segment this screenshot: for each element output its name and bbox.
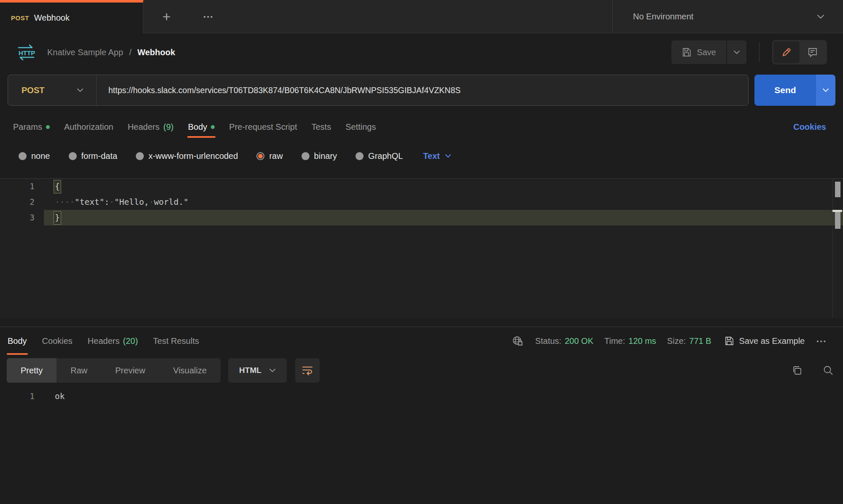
editor-scrollbar[interactable]: [832, 179, 843, 318]
response-tab-test-results[interactable]: Test Results: [145, 327, 207, 355]
radio-label: raw: [269, 151, 283, 161]
raw-language-select[interactable]: Text: [423, 151, 451, 161]
request-tab-headers[interactable]: Headers(9): [121, 116, 181, 138]
tab-count: (20): [123, 336, 138, 346]
doc-mode-toggle: [772, 40, 827, 64]
view-preview[interactable]: Preview: [101, 358, 159, 383]
scrollbar-cursor-mark[interactable]: [835, 212, 840, 229]
pencil-icon: [781, 47, 792, 58]
view-pretty[interactable]: Pretty: [7, 358, 57, 383]
new-tab-button[interactable]: +: [143, 0, 190, 33]
breadcrumb-collection[interactable]: Knative Sample App: [47, 48, 123, 57]
response-format-select[interactable]: HTML: [228, 358, 287, 383]
request-tab-tests[interactable]: Tests: [304, 116, 338, 138]
header-divider: [759, 43, 760, 62]
line-content: {: [44, 179, 843, 194]
tab-label: Test Results: [153, 336, 199, 346]
code-line[interactable]: 1{: [0, 179, 843, 194]
tab-label: Tests: [311, 122, 331, 132]
code-line[interactable]: 1ok: [0, 389, 843, 405]
request-tabs: ParamsAuthorizationHeaders(9)BodyPre-req…: [6, 116, 826, 138]
edit-mode-button[interactable]: [773, 41, 800, 63]
radio-icon: [356, 152, 364, 160]
chevron-down-icon: [733, 50, 740, 54]
tab-label: Params: [13, 122, 42, 132]
code-line[interactable]: 3}: [0, 210, 843, 225]
request-tab[interactable]: POST Webhook: [0, 0, 143, 33]
radio-icon: [256, 152, 264, 160]
response-tab-body[interactable]: Body: [0, 327, 35, 355]
environment-value: No Environment: [633, 12, 693, 21]
radio-label: x-www-form-urlencoded: [148, 151, 238, 161]
url-input[interactable]: https://hooks.slack.com/services/T06TD83…: [97, 75, 748, 105]
radio-label: form-data: [81, 151, 118, 161]
save-options-button[interactable]: [727, 40, 746, 64]
tab-label: Body: [188, 122, 207, 132]
code-line[interactable]: 2····"text":·"Hello,·world.": [0, 194, 843, 210]
response-body-viewer[interactable]: 1ok: [0, 389, 843, 405]
radio-label: binary: [314, 151, 337, 161]
request-tab-params[interactable]: Params: [6, 116, 57, 138]
view-label: Raw: [70, 366, 87, 375]
save-as-example-label: Save as Example: [739, 336, 805, 346]
cookies-link[interactable]: Cookies: [793, 122, 826, 132]
send-button[interactable]: Send: [754, 75, 816, 106]
response-tab-cookies[interactable]: Cookies: [35, 327, 80, 355]
network-lock-icon[interactable]: [512, 335, 524, 347]
body-type-raw[interactable]: raw: [256, 151, 283, 161]
send-options-button[interactable]: [816, 75, 835, 106]
whitespace-dot: ·: [60, 197, 65, 207]
line-content: ok: [44, 389, 843, 405]
radio-icon: [19, 152, 27, 160]
response-tab-headers[interactable]: Headers(20): [80, 327, 145, 355]
comments-button[interactable]: [800, 41, 826, 63]
wrap-lines-button[interactable]: [295, 358, 320, 383]
comment-icon: [807, 47, 818, 58]
line-number: 1: [0, 389, 44, 405]
view-raw[interactable]: Raw: [57, 358, 101, 383]
green-dot-icon: [46, 125, 50, 129]
line-content: ····"text":·"Hello,·world.": [44, 194, 843, 210]
ellipsis-icon: •••: [816, 338, 827, 345]
response-view-switcher: PrettyRawPreviewVisualize: [7, 358, 221, 383]
copy-icon[interactable]: [792, 365, 803, 376]
request-tab-settings[interactable]: Settings: [338, 116, 383, 138]
body-type-graphql[interactable]: GraphQL: [356, 151, 403, 161]
tab-label: Headers: [128, 122, 160, 132]
save-button[interactable]: Save: [671, 40, 726, 64]
request-tab-authorization[interactable]: Authorization: [57, 116, 121, 138]
view-label: Pretty: [21, 366, 43, 375]
request-tab-pre-request-script[interactable]: Pre-request Script: [222, 116, 304, 138]
view-visualize[interactable]: Visualize: [159, 358, 221, 383]
response-toolbar: PrettyRawPreviewVisualize HTML: [7, 358, 834, 383]
green-dot-icon: [211, 125, 215, 129]
scrollbar-thumb[interactable]: [835, 182, 840, 197]
radio-label: GraphQL: [368, 151, 403, 161]
chevron-down-icon: [817, 14, 824, 19]
radio-icon: [136, 152, 144, 160]
response-options-button[interactable]: •••: [816, 338, 827, 345]
search-icon[interactable]: [823, 365, 834, 376]
body-type-none[interactable]: none: [19, 151, 50, 161]
tab-strip: POST Webhook + ••• No Environment: [0, 0, 843, 33]
bracket-match-highlight: }: [54, 211, 61, 225]
environment-selector[interactable]: No Environment: [612, 0, 843, 33]
size-pair: Size: 771 B: [667, 336, 711, 346]
request-tab-body[interactable]: Body: [181, 116, 222, 138]
status-label: Status:: [535, 336, 561, 346]
body-type-binary[interactable]: binary: [302, 151, 337, 161]
request-body-editor[interactable]: 1{2····"text":·"Hello,·world."3}: [0, 178, 843, 318]
method-select[interactable]: POST: [8, 75, 97, 105]
line-number: 1: [0, 179, 44, 194]
chevron-down-icon: [822, 88, 829, 92]
plus-icon: +: [162, 8, 171, 25]
body-type-form-data[interactable]: form-data: [69, 151, 118, 161]
request-url-row: POST https://hooks.slack.com/services/T0…: [8, 75, 835, 106]
save-as-example-button[interactable]: Save as Example: [724, 336, 805, 346]
tab-options-button[interactable]: •••: [190, 0, 228, 33]
breadcrumb-request-name[interactable]: Webhook: [137, 48, 175, 57]
whitespace-dot: ·: [70, 197, 75, 207]
body-type-x-www-form-urlencoded[interactable]: x-www-form-urlencoded: [136, 151, 238, 161]
whitespace-dot: ·: [149, 197, 154, 207]
ellipsis-icon: •••: [204, 13, 214, 20]
